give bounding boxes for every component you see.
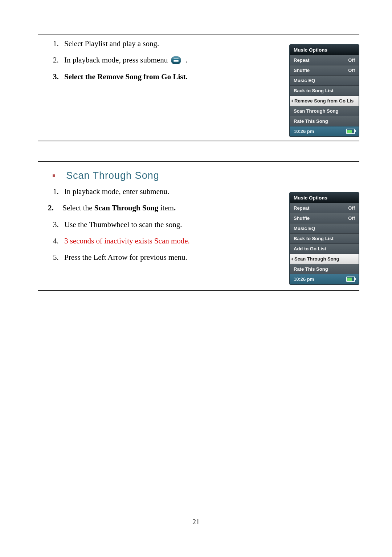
step-text: Press the Left Arrow for previous menu. [64,253,187,262]
step-text: Select the Remove Song from Go List. [64,72,188,81]
device-status-bar: 10:26 pm [290,274,359,284]
device-menu-label: Rate This Song [294,266,328,272]
device-menu-item: Add to Go List [290,244,359,254]
device-title: Music Options [290,45,359,55]
step-item: Select the Remove Song from Go List. [61,72,280,82]
device-menu: RepeatOffShuffleOffMusic EQBack to Song … [290,55,359,126]
device-menu-label: Repeat [294,57,309,63]
section-divider [38,141,359,141]
step-item: Use the Thumbwheel to scan the song. [61,220,280,230]
step-text: 3 seconds of inactivity exists Scan mode… [64,237,190,245]
section-remove-song: Select Playlist and play a song. In play… [38,35,359,141]
device-menu-label: Back to Song List [294,236,334,241]
device-time: 10:26 pm [294,129,314,134]
step-text: Use the Thumbwheel to scan the song. [64,220,182,229]
device-menu-item: Scan Through Song [290,106,359,116]
device-menu-item: Back to Song List [290,86,359,96]
device-menu-label: Add to Go List [294,246,326,251]
section-body: In playback mode, enter submenu. 2. Sele… [38,187,359,285]
device-menu-label: Rate This Song [294,118,328,124]
device-menu-item: Back to Song List [290,234,359,244]
step-number: 2. [48,203,54,212]
device-menu-item: Rate This Song [290,116,359,126]
device-menu-item: Scan Through Song [290,254,359,264]
step-item: In playback mode, enter submenu. [61,187,280,197]
device-screenshot-1: Music Options RepeatOffShuffleOffMusic E… [289,44,359,137]
step-item: In playback mode, press submenu . [61,55,280,65]
page-number: 21 [0,518,392,526]
device-menu-label: Shuffle [294,68,310,73]
section-heading: Scan Through Song [38,170,359,183]
bullet-icon [53,174,55,177]
device-menu-value: Off [348,57,355,63]
step-text: In playback mode, press submenu [64,56,168,64]
device-menu-label: Back to Song List [294,88,334,93]
device-time: 10:26 pm [294,277,314,282]
device-menu-item: RepeatOff [290,55,359,65]
device-menu-label: Music EQ [294,226,315,231]
battery-icon [346,277,355,282]
device-menu-item: ShuffleOff [290,213,359,223]
device-menu-item: Music EQ [290,223,359,234]
device-menu-label: Remove Song from Go Lis [294,98,354,104]
steps-list-2: In playback mode, enter submenu. 2. Sele… [38,187,280,269]
heading-text: Scan Through Song [66,170,159,181]
device-menu-item: Music EQ [290,76,359,86]
step-item: Select Playlist and play a song. [61,39,280,49]
section-divider [38,290,359,291]
manual-page: Select Playlist and play a song. In play… [0,0,392,557]
device-title: Music Options [290,193,359,203]
device-menu-label: Repeat [294,205,309,211]
device-menu-label: Music EQ [294,78,315,83]
step-item: Press the Left Arrow for previous menu. [61,253,280,262]
device-screenshot-2: Music Options RepeatOffShuffleOffMusic E… [289,192,359,285]
step-text: Select the Scan Through Song item. [62,203,176,212]
step-text: Select Playlist and play a song. [64,39,159,48]
device-menu-value: Off [348,205,355,211]
step-item: 2. Select the Scan Through Song item. [48,203,280,213]
device-menu-label: Scan Through Song [294,256,339,262]
step-text: . [185,56,187,64]
step-text: In playback mode, enter submenu. [64,187,169,196]
device-menu-value: Off [348,68,355,73]
device-menu-value: Off [348,215,355,221]
device-menu-label: Scan Through Song [294,108,339,114]
step-item: 3 seconds of inactivity exists Scan mode… [61,236,280,246]
section-body: Select Playlist and play a song. In play… [38,39,359,137]
device-menu-item: RepeatOff [290,203,359,213]
device-menu-item: ShuffleOff [290,65,359,76]
section-scan-through-song: Scan Through Song In playback mode, ente… [38,161,359,285]
steps-list-1: Select Playlist and play a song. In play… [38,39,280,88]
device-menu-label: Shuffle [294,215,310,221]
device-status-bar: 10:26 pm [290,126,359,136]
device-menu: RepeatOffShuffleOffMusic EQBack to Song … [290,203,359,274]
battery-icon [346,129,355,134]
submenu-icon [171,56,181,64]
device-menu-item: Remove Song from Go Lis [290,96,359,106]
device-menu-item: Rate This Song [290,264,359,274]
